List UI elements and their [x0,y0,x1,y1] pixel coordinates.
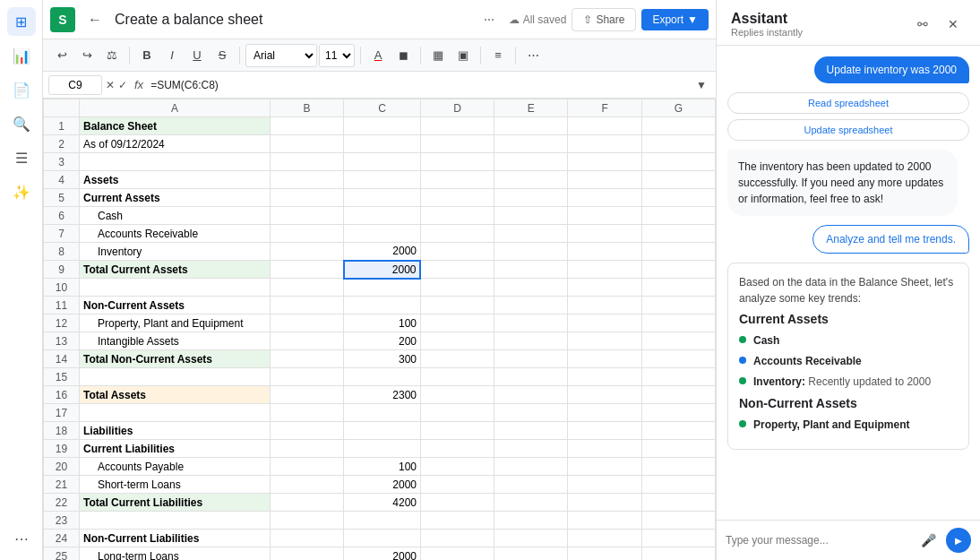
cell-c[interactable] [344,153,421,171]
cell-f[interactable] [568,512,641,530]
cell-c[interactable] [344,189,421,207]
cell-f[interactable] [568,153,641,171]
cell-c[interactable]: 2300 [344,386,421,404]
cell-b[interactable] [270,547,343,561]
cell-e[interactable] [494,189,568,207]
undo-button[interactable]: ↩ [50,44,73,67]
cell-c[interactable] [344,117,421,135]
cell-f[interactable] [568,440,641,458]
cell-a[interactable]: Inventory [80,243,271,261]
cell-g[interactable] [641,314,715,332]
cell-c[interactable]: 300 [344,350,421,368]
cell-e[interactable] [494,297,568,314]
cell-f[interactable] [568,171,641,189]
merge-button[interactable]: ▣ [451,44,475,67]
cell-b[interactable] [270,386,343,404]
cell-d[interactable] [420,153,494,171]
cell-c[interactable] [344,135,421,153]
cell-a[interactable]: Cash [80,207,271,225]
cell-b[interactable] [270,476,343,494]
cell-a[interactable]: Long-term Loans [80,547,271,561]
table-row[interactable]: 22Total Current Liabilities4200 [44,494,716,512]
cell-g[interactable] [641,171,715,189]
col-header-a[interactable]: A [80,99,271,117]
cell-g[interactable] [641,243,715,261]
cell-a[interactable]: Assets [80,171,271,189]
cell-d[interactable] [420,404,494,422]
cell-e[interactable] [494,350,568,368]
cell-e[interactable] [494,386,568,404]
cell-d[interactable] [420,297,494,314]
cell-a[interactable]: Current Liabilities [80,440,271,458]
cell-g[interactable] [641,189,715,207]
col-header-c[interactable]: C [344,99,421,117]
table-row[interactable]: 6Cash [44,207,716,225]
share-button[interactable]: ⇧ Share [572,8,636,31]
cell-d[interactable] [420,458,494,476]
sidebar-icon-doc[interactable]: 📄 [7,75,36,104]
cell-b[interactable] [270,494,343,512]
cell-c[interactable]: 200 [344,332,421,350]
cell-c[interactable]: 4200 [344,494,421,512]
cell-f[interactable] [568,297,641,314]
cell-f[interactable] [568,243,641,261]
cell-b[interactable] [270,297,343,314]
cell-d[interactable] [420,279,494,297]
cell-b[interactable] [270,332,343,350]
cell-d[interactable] [420,368,494,386]
cell-a[interactable]: Short-term Loans [80,476,271,494]
cell-b[interactable] [270,117,343,135]
cell-d[interactable] [420,135,494,153]
cell-e[interactable] [494,368,568,386]
cell-d[interactable] [420,261,494,279]
cell-d[interactable] [420,422,494,440]
cell-c[interactable] [344,171,421,189]
assistant-close-icon[interactable]: ✕ [941,12,966,37]
cell-f[interactable] [568,386,641,404]
cell-b[interactable] [270,422,343,440]
cell-b[interactable] [270,261,343,279]
cell-g[interactable] [641,386,715,404]
table-row[interactable]: 20Accounts Payable100 [44,458,716,476]
cell-e[interactable] [494,404,568,422]
cell-g[interactable] [641,368,715,386]
cell-b[interactable] [270,368,343,386]
sidebar-icon-ai[interactable]: ✨ [7,177,36,206]
align-button[interactable]: ≡ [486,44,510,67]
cell-f[interactable] [568,279,641,297]
cell-e[interactable] [494,422,568,440]
sidebar-icon-list[interactable]: ☰ [7,143,36,172]
cell-b[interactable] [270,458,343,476]
cell-f[interactable] [568,530,641,547]
cell-f[interactable] [568,314,641,332]
cell-c[interactable] [344,279,421,297]
cell-g[interactable] [641,476,715,494]
formula-cancel-icon[interactable]: ✕ [106,79,115,91]
cell-c[interactable] [344,440,421,458]
cell-d[interactable] [420,189,494,207]
cell-b[interactable] [270,404,343,422]
cell-c[interactable]: 2000 [344,243,421,261]
cell-b[interactable] [270,314,343,332]
table-row[interactable]: 11Non-Current Assets [44,297,716,314]
cell-d[interactable] [420,494,494,512]
italic-button[interactable]: I [160,44,184,67]
cell-c[interactable] [344,422,421,440]
col-header-d[interactable]: D [420,99,494,117]
table-row[interactable]: 23 [44,512,716,530]
cell-b[interactable] [270,243,343,261]
cell-f[interactable] [568,117,641,135]
table-row[interactable]: 25Long-term Loans2000 [44,547,716,561]
cell-d[interactable] [420,386,494,404]
cell-f[interactable] [568,189,641,207]
table-row[interactable]: 24Non-Current Liabilities [44,530,716,547]
cell-c[interactable] [344,530,421,547]
cell-a[interactable]: Non-Current Assets [80,297,271,314]
cell-a[interactable]: Property, Plant and Equipment [80,314,271,332]
cell-g[interactable] [641,440,715,458]
cell-c[interactable] [344,207,421,225]
cell-e[interactable] [494,243,568,261]
formula-expand-icon[interactable]: ▼ [692,76,710,94]
cell-d[interactable] [420,243,494,261]
underline-button[interactable]: U [185,44,209,67]
